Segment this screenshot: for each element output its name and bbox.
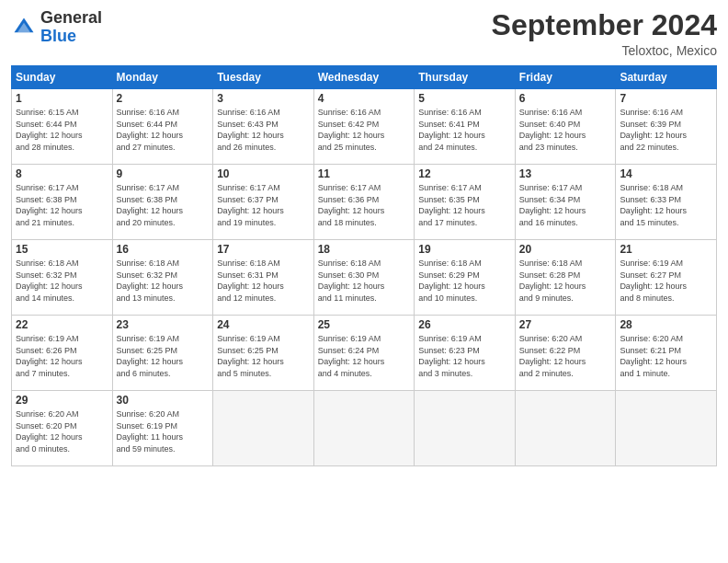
day-cell: 13Sunrise: 6:17 AM Sunset: 6:34 PM Dayli… <box>515 165 616 240</box>
day-number: 11 <box>318 167 411 180</box>
day-info: Sunrise: 6:18 AM Sunset: 6:32 PM Dayligh… <box>117 258 210 304</box>
week-row-3: 15Sunrise: 6:18 AM Sunset: 6:32 PM Dayli… <box>12 240 717 316</box>
day-number: 20 <box>519 243 612 256</box>
day-info: Sunrise: 6:18 AM Sunset: 6:29 PM Dayligh… <box>418 258 511 304</box>
day-cell: 29Sunrise: 6:20 AM Sunset: 6:20 PM Dayli… <box>12 391 113 466</box>
logo-text: General Blue <box>40 9 102 46</box>
day-cell: 10Sunrise: 6:17 AM Sunset: 6:37 PM Dayli… <box>213 165 314 240</box>
day-info: Sunrise: 6:16 AM Sunset: 6:44 PM Dayligh… <box>117 107 210 153</box>
day-cell: 23Sunrise: 6:19 AM Sunset: 6:25 PM Dayli… <box>112 316 213 391</box>
col-header-sunday: Sunday <box>12 66 113 89</box>
day-cell: 20Sunrise: 6:18 AM Sunset: 6:28 PM Dayli… <box>515 240 616 316</box>
day-number: 8 <box>16 167 108 180</box>
day-info: Sunrise: 6:17 AM Sunset: 6:36 PM Dayligh… <box>318 182 411 228</box>
day-info: Sunrise: 6:19 AM Sunset: 6:24 PM Dayligh… <box>318 333 411 379</box>
week-row-4: 22Sunrise: 6:19 AM Sunset: 6:26 PM Dayli… <box>12 316 717 391</box>
day-cell: 6Sunrise: 6:16 AM Sunset: 6:40 PM Daylig… <box>515 89 616 165</box>
week-row-2: 8Sunrise: 6:17 AM Sunset: 6:38 PM Daylig… <box>12 165 717 240</box>
header-row: SundayMondayTuesdayWednesdayThursdayFrid… <box>12 66 717 89</box>
col-header-friday: Friday <box>515 66 616 89</box>
day-cell: 1Sunrise: 6:15 AM Sunset: 6:44 PM Daylig… <box>12 89 113 165</box>
day-info: Sunrise: 6:19 AM Sunset: 6:25 PM Dayligh… <box>117 333 210 379</box>
day-number: 7 <box>620 92 712 105</box>
logo-icon <box>11 15 37 40</box>
col-header-monday: Monday <box>112 66 213 89</box>
location: Teloxtoc, Mexico <box>492 43 717 58</box>
logo: General Blue <box>11 9 102 46</box>
day-number: 2 <box>117 92 210 105</box>
day-number: 4 <box>318 92 411 105</box>
day-number: 15 <box>16 243 108 256</box>
day-cell: 11Sunrise: 6:17 AM Sunset: 6:36 PM Dayli… <box>313 165 415 240</box>
day-number: 18 <box>318 243 411 256</box>
logo-blue: Blue <box>40 27 76 45</box>
day-cell: 9Sunrise: 6:17 AM Sunset: 6:38 PM Daylig… <box>112 165 213 240</box>
day-info: Sunrise: 6:19 AM Sunset: 6:26 PM Dayligh… <box>16 333 108 379</box>
day-number: 28 <box>620 318 712 331</box>
day-info: Sunrise: 6:20 AM Sunset: 6:19 PM Dayligh… <box>117 408 210 454</box>
day-cell: 14Sunrise: 6:18 AM Sunset: 6:33 PM Dayli… <box>616 165 717 240</box>
day-info: Sunrise: 6:20 AM Sunset: 6:21 PM Dayligh… <box>620 333 712 379</box>
day-number: 23 <box>117 318 210 331</box>
day-cell: 8Sunrise: 6:17 AM Sunset: 6:38 PM Daylig… <box>12 165 113 240</box>
day-cell <box>415 391 516 466</box>
day-info: Sunrise: 6:16 AM Sunset: 6:41 PM Dayligh… <box>418 107 511 153</box>
day-info: Sunrise: 6:17 AM Sunset: 6:37 PM Dayligh… <box>217 182 310 228</box>
day-cell: 24Sunrise: 6:19 AM Sunset: 6:25 PM Dayli… <box>213 316 314 391</box>
day-cell: 5Sunrise: 6:16 AM Sunset: 6:41 PM Daylig… <box>415 89 516 165</box>
day-info: Sunrise: 6:17 AM Sunset: 6:38 PM Dayligh… <box>117 182 210 228</box>
day-info: Sunrise: 6:16 AM Sunset: 6:39 PM Dayligh… <box>620 107 712 153</box>
day-number: 25 <box>318 318 411 331</box>
day-number: 24 <box>217 318 310 331</box>
day-info: Sunrise: 6:18 AM Sunset: 6:30 PM Dayligh… <box>318 258 411 304</box>
day-info: Sunrise: 6:17 AM Sunset: 6:38 PM Dayligh… <box>16 182 108 228</box>
day-number: 13 <box>519 167 612 180</box>
col-header-saturday: Saturday <box>616 66 717 89</box>
day-cell: 2Sunrise: 6:16 AM Sunset: 6:44 PM Daylig… <box>112 89 213 165</box>
day-number: 27 <box>519 318 612 331</box>
calendar-table: SundayMondayTuesdayWednesdayThursdayFrid… <box>11 65 717 466</box>
day-cell: 30Sunrise: 6:20 AM Sunset: 6:19 PM Dayli… <box>112 391 213 466</box>
day-cell: 25Sunrise: 6:19 AM Sunset: 6:24 PM Dayli… <box>313 316 415 391</box>
title-block: September 2024 Teloxtoc, Mexico <box>492 9 717 58</box>
header: General Blue September 2024 Teloxtoc, Me… <box>11 9 717 58</box>
day-cell: 26Sunrise: 6:19 AM Sunset: 6:23 PM Dayli… <box>415 316 516 391</box>
day-info: Sunrise: 6:16 AM Sunset: 6:42 PM Dayligh… <box>318 107 411 153</box>
day-number: 21 <box>620 243 712 256</box>
day-info: Sunrise: 6:18 AM Sunset: 6:32 PM Dayligh… <box>16 258 108 304</box>
day-number: 1 <box>16 92 108 105</box>
day-cell: 27Sunrise: 6:20 AM Sunset: 6:22 PM Dayli… <box>515 316 616 391</box>
day-cell: 4Sunrise: 6:16 AM Sunset: 6:42 PM Daylig… <box>313 89 415 165</box>
day-info: Sunrise: 6:19 AM Sunset: 6:25 PM Dayligh… <box>217 333 310 379</box>
day-number: 29 <box>16 394 108 407</box>
day-number: 3 <box>217 92 310 105</box>
col-header-thursday: Thursday <box>415 66 516 89</box>
day-cell: 28Sunrise: 6:20 AM Sunset: 6:21 PM Dayli… <box>616 316 717 391</box>
week-row-5: 29Sunrise: 6:20 AM Sunset: 6:20 PM Dayli… <box>12 391 717 466</box>
day-number: 30 <box>117 394 210 407</box>
day-info: Sunrise: 6:20 AM Sunset: 6:20 PM Dayligh… <box>16 408 108 454</box>
day-cell: 3Sunrise: 6:16 AM Sunset: 6:43 PM Daylig… <box>213 89 314 165</box>
day-cell: 19Sunrise: 6:18 AM Sunset: 6:29 PM Dayli… <box>415 240 516 316</box>
day-info: Sunrise: 6:19 AM Sunset: 6:27 PM Dayligh… <box>620 258 712 304</box>
day-info: Sunrise: 6:15 AM Sunset: 6:44 PM Dayligh… <box>16 107 108 153</box>
day-cell: 15Sunrise: 6:18 AM Sunset: 6:32 PM Dayli… <box>12 240 113 316</box>
day-info: Sunrise: 6:18 AM Sunset: 6:33 PM Dayligh… <box>620 182 712 228</box>
day-number: 5 <box>418 92 511 105</box>
day-info: Sunrise: 6:19 AM Sunset: 6:23 PM Dayligh… <box>418 333 511 379</box>
day-number: 12 <box>418 167 511 180</box>
logo-general: General <box>40 8 102 27</box>
day-cell <box>313 391 415 466</box>
day-number: 26 <box>418 318 511 331</box>
day-number: 22 <box>16 318 108 331</box>
day-cell: 12Sunrise: 6:17 AM Sunset: 6:35 PM Dayli… <box>415 165 516 240</box>
day-info: Sunrise: 6:17 AM Sunset: 6:34 PM Dayligh… <box>519 182 612 228</box>
day-info: Sunrise: 6:20 AM Sunset: 6:22 PM Dayligh… <box>519 333 612 379</box>
day-cell <box>213 391 314 466</box>
day-info: Sunrise: 6:16 AM Sunset: 6:43 PM Dayligh… <box>217 107 310 153</box>
day-number: 19 <box>418 243 511 256</box>
week-row-1: 1Sunrise: 6:15 AM Sunset: 6:44 PM Daylig… <box>12 89 717 165</box>
day-cell: 18Sunrise: 6:18 AM Sunset: 6:30 PM Dayli… <box>313 240 415 316</box>
day-info: Sunrise: 6:18 AM Sunset: 6:28 PM Dayligh… <box>519 258 612 304</box>
day-info: Sunrise: 6:16 AM Sunset: 6:40 PM Dayligh… <box>519 107 612 153</box>
